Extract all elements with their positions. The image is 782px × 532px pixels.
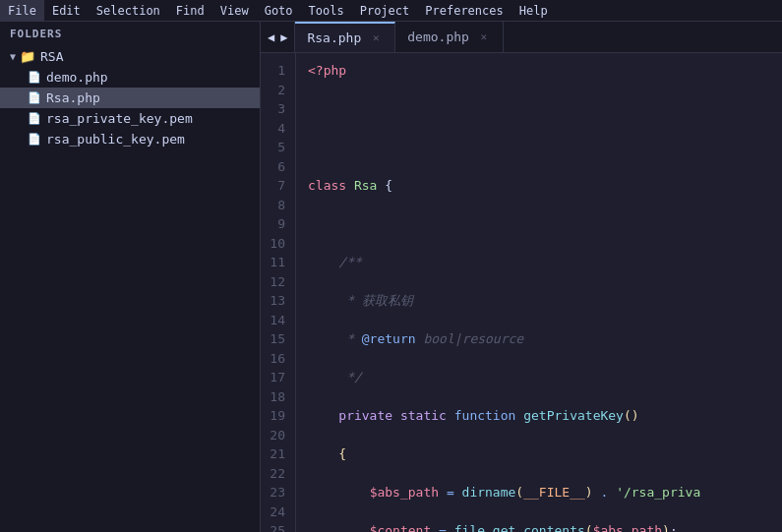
file-rsa-private-key[interactable]: 📄 rsa_private_key.pem bbox=[0, 108, 260, 129]
file-name: demo.php bbox=[46, 70, 108, 85]
file-rsa-php[interactable]: 📄 Rsa.php bbox=[0, 88, 260, 108]
file-rsa-public-key[interactable]: 📄 rsa_public_key.pem bbox=[0, 129, 260, 149]
menu-selection[interactable]: Selection bbox=[89, 0, 168, 21]
main-layout: FOLDERS ▼ 📁 RSA 📄 demo.php 📄 Rsa.php 📄 r… bbox=[0, 22, 782, 532]
menu-bar: File Edit Selection Find View Goto Tools… bbox=[0, 0, 782, 22]
menu-file[interactable]: File bbox=[0, 0, 44, 21]
menu-view[interactable]: View bbox=[212, 0, 257, 21]
menu-goto[interactable]: Goto bbox=[257, 0, 301, 21]
code-container[interactable]: 1 2 3 4 5 6 7 8 9 10 11 12 13 14 15 16 1… bbox=[261, 53, 782, 532]
sidebar: FOLDERS ▼ 📁 RSA 📄 demo.php 📄 Rsa.php 📄 r… bbox=[0, 22, 261, 532]
folder-rsa[interactable]: ▼ 📁 RSA bbox=[0, 46, 260, 67]
tab-rsa-php[interactable]: Rsa.php ✕ bbox=[295, 22, 395, 52]
tab-rsa-php-label: Rsa.php bbox=[307, 30, 361, 45]
file-demo-php[interactable]: 📄 demo.php bbox=[0, 67, 260, 88]
folder-name: RSA bbox=[40, 49, 63, 64]
line-numbers: 1 2 3 4 5 6 7 8 9 10 11 12 13 14 15 16 1… bbox=[261, 53, 296, 532]
menu-find[interactable]: Find bbox=[168, 0, 212, 21]
file-name: rsa_public_key.pem bbox=[46, 132, 185, 147]
nav-left-arrow[interactable]: ◀ bbox=[265, 30, 277, 44]
menu-edit[interactable]: Edit bbox=[44, 0, 89, 21]
tab-bar: ◀ ▶ Rsa.php ✕ demo.php ✕ bbox=[261, 22, 782, 53]
folder-arrow-icon: ▼ bbox=[10, 51, 16, 62]
file-name: Rsa.php bbox=[46, 90, 100, 105]
tab-demo-php[interactable]: demo.php ✕ bbox=[395, 22, 504, 52]
nav-right-arrow[interactable]: ▶ bbox=[277, 30, 290, 44]
file-icon: 📄 bbox=[28, 112, 41, 125]
nav-arrows: ◀ ▶ bbox=[261, 22, 295, 52]
tab-demo-php-close[interactable]: ✕ bbox=[477, 30, 491, 44]
file-icon: 📄 bbox=[28, 133, 41, 146]
menu-preferences[interactable]: Preferences bbox=[417, 0, 511, 21]
file-icon: 📄 bbox=[28, 71, 41, 84]
file-name: rsa_private_key.pem bbox=[46, 111, 193, 126]
menu-help[interactable]: Help bbox=[511, 0, 556, 21]
code-editor[interactable]: <?php class Rsa { /** * 获取私钥 * @return b… bbox=[296, 53, 782, 532]
file-icon: 📄 bbox=[28, 91, 41, 104]
editor-area: ◀ ▶ Rsa.php ✕ demo.php ✕ 1 2 3 4 5 6 7 bbox=[261, 22, 782, 532]
menu-tools[interactable]: Tools bbox=[301, 0, 352, 21]
menu-project[interactable]: Project bbox=[352, 0, 418, 21]
tab-rsa-php-close[interactable]: ✕ bbox=[369, 31, 383, 45]
folders-header: FOLDERS bbox=[0, 22, 260, 46]
folder-icon: 📁 bbox=[20, 49, 35, 64]
tab-demo-php-label: demo.php bbox=[407, 30, 469, 44]
